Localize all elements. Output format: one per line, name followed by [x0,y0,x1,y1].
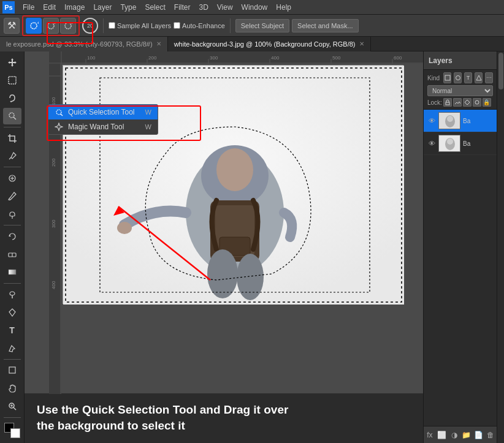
eraser-tool[interactable] [3,246,21,262]
eyedropper-tool[interactable] [3,148,21,164]
kind-filter-pixel[interactable] [443,72,451,83]
menu-image[interactable]: Image [60,0,89,15]
svg-point-0 [31,23,37,29]
select-subject-button[interactable]: Select Subject [235,19,289,32]
tab-exposure[interactable]: le exposure.psd @ 33.3% (city-690793, RG… [0,37,168,51]
crop-tool[interactable] [3,130,21,146]
shape-tool[interactable] [3,362,21,379]
quick-selection-tool[interactable] [3,108,21,124]
tab-white-background[interactable]: white-background-3.jpg @ 100% (Backgroun… [168,37,371,51]
zoom-tool[interactable] [3,398,21,414]
lock-position[interactable] [463,98,472,107]
lock-row: Lock: 🔒 [427,98,493,107]
lock-image[interactable] [453,98,462,107]
marquee-tool[interactable] [3,72,21,88]
svg-text:×: × [71,21,73,26]
menu-view[interactable]: View [213,0,237,15]
color-swatches[interactable] [4,423,20,438]
kind-more-btn[interactable]: ⋯ [485,72,493,83]
brush-tool[interactable] [3,188,21,205]
select-and-mask-button[interactable]: Select and Mask... [292,19,359,32]
layer-new-button[interactable]: 📄 [473,430,484,441]
layer-item-bg[interactable]: 👁 Ba [424,132,497,155]
kind-filter-adjustment[interactable] [454,72,462,83]
instruction-text-1: Use the Quick Selection Tool and Drag it… [37,402,411,418]
instruction-text-2: the background to select it [37,418,411,434]
layer-fx-button[interactable]: fx [424,430,435,441]
lock-label: Lock: [427,99,442,106]
move-tool[interactable] [3,54,21,70]
lasso-tool[interactable] [3,90,21,107]
vertical-scrollbar[interactable] [497,51,504,443]
layers-kind-row: Kind T ⋯ [427,72,493,83]
blend-mode-select[interactable]: Normal [427,85,493,96]
layer-mask-button[interactable]: ⬜ [437,430,448,441]
lock-transparency[interactable] [443,98,452,107]
layer-adjustment-button[interactable]: ◑ [449,430,460,441]
svg-point-4 [65,23,71,29]
kind-filter-shape[interactable] [475,72,483,83]
svg-point-67 [475,100,479,104]
magic-wand-menu-item[interactable]: Magic Wand Tool W [48,119,158,134]
quick-selection-subtract-btn[interactable]: - [43,18,59,34]
layer-group-button[interactable]: 📁 [460,430,472,441]
gradient-tool[interactable] [3,264,21,281]
top-toolbar: ⚒ + - × 20 Sample All Layers Auto-Enhanc… [0,15,504,37]
dodge-tool[interactable] [3,286,21,303]
tab-bar: le exposure.psd @ 33.3% (city-690793, RG… [0,37,504,51]
clone-stamp-tool[interactable] [3,206,21,222]
brush-size-display[interactable]: 20 [82,18,98,34]
kind-filter-type[interactable]: T [464,72,472,83]
hand-tool[interactable] [3,380,21,396]
layer-visibility-toggle-2[interactable]: 👁 [427,139,436,148]
svg-text:400: 400 [51,281,56,289]
sample-all-checkbox[interactable]: Sample All Layers [109,22,171,29]
brush-tool-icon[interactable]: ⚒ [4,18,20,34]
menu-edit[interactable]: Edit [39,0,60,15]
sample-all-label: Sample All Layers [117,22,171,29]
tab-white-background-label: white-background-3.jpg @ 100% (Backgroun… [174,40,356,48]
menu-file[interactable]: File [18,0,39,15]
quick-selection-intersect-btn[interactable]: × [60,18,76,34]
svg-rect-6 [9,77,16,84]
svg-rect-66 [446,102,449,105]
svg-point-77 [447,138,453,145]
tab-exposure-close[interactable]: ✕ [156,40,161,47]
menu-3d[interactable]: 3D [194,0,212,15]
menu-help[interactable]: Help [272,0,296,15]
canvas-area[interactable]: 100 200 300 400 500 600 100 200 300 [25,51,423,443]
sample-all-input[interactable] [109,22,115,29]
layer-item-bg-copy[interactable]: 👁 Ba [424,110,497,132]
svg-point-53 [117,222,132,234]
background-color[interactable] [10,428,20,438]
pen-tool[interactable] [3,304,21,320]
path-selection-tool[interactable] [3,340,21,357]
menu-window[interactable]: Window [237,0,272,15]
menu-select[interactable]: Select [140,0,169,15]
history-brush-tool[interactable] [3,228,21,244]
tab-white-bg-close[interactable]: ✕ [359,40,364,47]
healing-brush-tool[interactable] [3,170,21,186]
quick-selection-menu-item[interactable]: Quick Selection Tool W [48,105,158,119]
text-tool[interactable]: T [3,322,21,338]
menu-type[interactable]: Type [116,0,140,15]
lock-artboard[interactable] [473,98,481,107]
svg-text:400: 400 [271,55,280,61]
scrollbar-thumb[interactable] [498,53,503,89]
layer-visibility-toggle-1[interactable]: 👁 [427,116,436,125]
svg-point-74 [447,116,453,122]
lock-all[interactable]: 🔒 [483,98,491,107]
menu-bar: Ps File Edit Image Layer Type Select Fil… [0,0,504,15]
selection-tool-group: + - × [22,15,80,36]
layers-panel-header: Layers [424,51,497,70]
menu-layer[interactable]: Layer [89,0,116,15]
auto-enhance-input[interactable] [174,22,180,29]
svg-marker-14 [9,235,11,237]
layer-delete-button[interactable]: 🗑 [485,430,496,441]
quick-selection-add-btn[interactable]: + [26,18,42,34]
auto-enhance-checkbox[interactable]: Auto-Enhance [174,22,225,29]
canvas[interactable] [63,65,403,304]
svg-line-8 [13,117,16,119]
separator-2 [230,18,231,33]
menu-filter[interactable]: Filter [170,0,195,15]
